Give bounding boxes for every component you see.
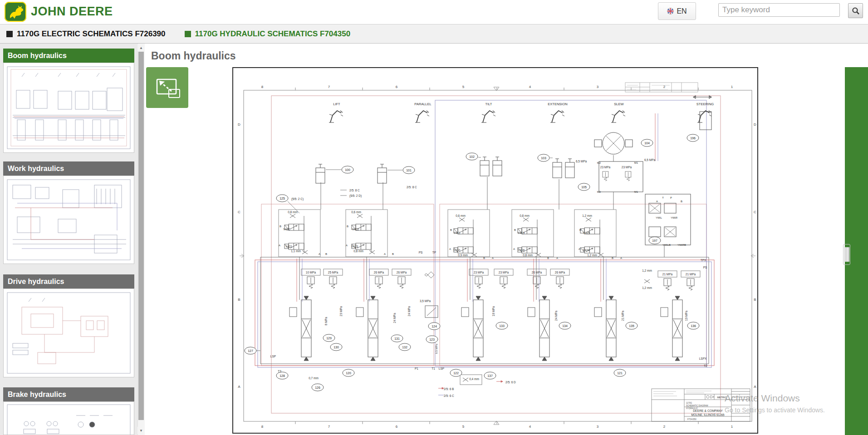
- schematic-label: P: [670, 196, 672, 199]
- schematic-label: STEERING: [696, 102, 714, 106]
- ref-oval-number: 122: [453, 371, 459, 375]
- row-label: C: [238, 210, 240, 214]
- schematic-label: A: [513, 248, 515, 250]
- schematic-label: Y411: [454, 231, 461, 235]
- sidebar-item-brake-hydraulics[interactable]: Brake hydraulics: [3, 387, 134, 401]
- schematic-label: 1,2 mm: [587, 254, 597, 257]
- schematic-label: P1: [415, 367, 418, 370]
- schematic-label: A: [346, 244, 348, 247]
- search-button[interactable]: [848, 3, 863, 18]
- schematic-label: Y66R: [671, 216, 678, 219]
- page-title: Boom hydraulics: [151, 50, 236, 62]
- expand-fullscreen-button[interactable]: [146, 67, 188, 108]
- ref-oval-number: 125: [280, 197, 285, 200]
- schematic-label: SLEW: [614, 102, 624, 106]
- language-button[interactable]: EN: [658, 2, 696, 20]
- row-label: B: [238, 298, 240, 302]
- schematic-label: Y420: [283, 228, 290, 231]
- schematic-label: 8 MPa: [324, 317, 328, 325]
- work-thumb-art: [4, 176, 134, 264]
- ref-oval-number: 197: [652, 239, 657, 242]
- schematic-label: Y410: [453, 249, 461, 252]
- pilot-valve-groups: [279, 210, 616, 257]
- boom-hydraulics-schematic: 1001011021031041051961971251271281291301…: [233, 68, 757, 433]
- scrollbar-down-arrow[interactable]: ▼: [137, 427, 145, 434]
- schematic-label: B: [579, 229, 581, 231]
- schematic-label: 24 MPa: [554, 310, 558, 321]
- john-deere-logo-icon[interactable]: [5, 2, 26, 22]
- panel-drag-handle[interactable]: [843, 244, 850, 265]
- schematic-label: Y419: [518, 231, 525, 235]
- ref-oval-number: 131: [394, 337, 400, 340]
- schematic-label: 2/5: 6 B: [444, 387, 454, 391]
- ref-oval-number: 137: [487, 374, 493, 377]
- app-window: JOHN DEERE EN 1170G ELECTRIC SCHEMATICS …: [0, 0, 868, 435]
- thumbnail-brake-hydraulics[interactable]: [3, 401, 134, 435]
- sidebar-item-label: Brake hydraulics: [8, 391, 66, 399]
- sidebar-item-drive-hydraulics[interactable]: Drive hydraulics: [3, 274, 134, 288]
- schematic-label: MOLINE, ILLINOIS 61265: [691, 413, 725, 416]
- schematic-label: T1: [432, 367, 435, 370]
- row-label: A: [238, 385, 240, 389]
- hydraulic-tab-label: 1170G HYDRAULIC SCHEMATICS F704350: [195, 29, 351, 39]
- schematic-label: PS: [419, 251, 423, 254]
- schematic-label: 3,5 MPa: [420, 299, 431, 303]
- column-label: 3: [597, 425, 599, 429]
- sidebar-item-label: Boom hydraulics: [8, 52, 67, 60]
- schematic-label: TPX: [701, 259, 706, 262]
- column-label: 1: [731, 85, 733, 89]
- schematic-label: 0,4 mm: [469, 377, 479, 381]
- schematic-labels: LIFTPARALLELTILTEXTENSIONSLEWSTEERING2/5…: [270, 102, 727, 420]
- schematic-label: B: [612, 257, 613, 259]
- schematic-label: 0,6 mm: [351, 210, 361, 214]
- schematic-label: Y423: [351, 245, 358, 248]
- schematic-label: 0,6 mm: [456, 214, 466, 217]
- schematic-label: 2/5: 8 C: [407, 186, 417, 189]
- tab-electric-schematics[interactable]: 1170G ELECTRIC SCHEMATICS F726390: [6, 29, 166, 39]
- schematic-label: 23 MPa: [499, 271, 509, 274]
- sheet-frame: [240, 87, 755, 425]
- thumbnail-work-hydraulics[interactable]: [3, 176, 134, 264]
- sidebar-item-work-hydraulics[interactable]: Work hydraulics: [3, 161, 134, 176]
- scrollbar-up-arrow[interactable]: ▲: [137, 44, 145, 51]
- row-label: D: [238, 122, 240, 127]
- schematic-label: 2/5: 6 D: [505, 381, 516, 384]
- schematic-label: 23 MPa: [600, 166, 611, 169]
- schematic-label: 6,5 MPa: [644, 158, 656, 161]
- tab-hydraulic-schematics[interactable]: 1170G HYDRAULIC SCHEMATICS F704350: [185, 29, 351, 39]
- schematic-label: Y425: [583, 231, 590, 235]
- sidebar-item-boom-hydraulics[interactable]: Boom hydraulics: [3, 49, 134, 63]
- schematic-label: T3: [278, 370, 281, 373]
- schematic-label: (5/5: 2 C): [291, 197, 304, 201]
- ref-oval-number: 136: [691, 324, 696, 327]
- schematic-label: A: [620, 257, 622, 259]
- schematic-label: (5/5: 2 D): [349, 194, 362, 198]
- schematic-label: 26 MPa: [374, 271, 384, 274]
- schematic-label: 19 MPa: [685, 310, 688, 321]
- schematic-label: METRIC: [717, 396, 726, 399]
- schematic-label: 0,8 mm: [520, 214, 530, 217]
- scrollbar-thumb[interactable]: [138, 52, 144, 420]
- schematic-label: 21 MPa: [621, 310, 624, 321]
- schematic-label: A: [492, 257, 494, 259]
- brake-thumb-art: [4, 402, 134, 435]
- thumbnail-boom-hydraulics[interactable]: [3, 63, 134, 153]
- column-label: 8: [261, 85, 264, 89]
- schematic-label: PARALLEL: [414, 102, 431, 106]
- schematic-label: M2: [597, 191, 601, 193]
- search-input[interactable]: [718, 3, 840, 17]
- schematic-label: EXTENSION: [548, 102, 567, 106]
- schematic-label: 1,1 mm: [291, 249, 301, 253]
- column-label: 3: [597, 85, 599, 89]
- schematic-label: 23 MPa: [622, 166, 632, 169]
- ref-oval-number: 100: [345, 168, 350, 171]
- electric-tab-square-icon: [6, 31, 13, 37]
- row-label: D: [754, 122, 756, 127]
- schematic-viewer-panel[interactable]: 1001011021031041051961971251271281291301…: [232, 67, 758, 434]
- schematic-label: 1170G: [686, 402, 692, 404]
- schematic-label: 0,8 mm: [523, 254, 533, 257]
- column-label: 7: [328, 425, 330, 429]
- thumbnail-drive-hydraulics[interactable]: [3, 288, 134, 377]
- actuators: [316, 96, 711, 245]
- column-label: 2: [663, 85, 666, 89]
